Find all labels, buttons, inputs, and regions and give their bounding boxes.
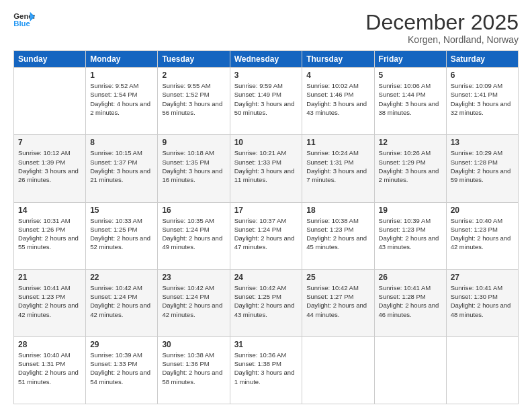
cell-daylight: Daylight: 3 hours and 7 minutes. bbox=[306, 167, 367, 183]
cell-sunset: Sunset: 1:27 PM bbox=[306, 293, 353, 300]
cell-sunrise: Sunrise: 10:42 AM bbox=[90, 284, 142, 291]
cell-info: Sunrise: 9:55 AM Sunset: 1:52 PM Dayligh… bbox=[162, 81, 225, 117]
cell-daylight: Daylight: 3 hours and 1 minute. bbox=[234, 369, 295, 385]
calendar-cell bbox=[446, 336, 518, 404]
cell-sunrise: Sunrise: 10:35 AM bbox=[162, 217, 214, 224]
cell-sunset: Sunset: 1:23 PM bbox=[451, 226, 498, 233]
cell-sunset: Sunset: 1:38 PM bbox=[234, 360, 281, 367]
cell-date: 6 bbox=[451, 71, 514, 80]
calendar-cell: 21 Sunrise: 10:41 AM Sunset: 1:23 PM Day… bbox=[14, 269, 86, 336]
cell-sunrise: Sunrise: 10:41 AM bbox=[451, 284, 503, 291]
cell-date: 2 bbox=[162, 71, 225, 80]
cell-sunset: Sunset: 1:24 PM bbox=[90, 293, 137, 300]
week-row-4: 21 Sunrise: 10:41 AM Sunset: 1:23 PM Day… bbox=[14, 269, 519, 336]
cell-date: 21 bbox=[18, 273, 81, 282]
cell-info: Sunrise: 10:40 AM Sunset: 1:23 PM Daylig… bbox=[451, 216, 514, 252]
cell-sunset: Sunset: 1:28 PM bbox=[451, 158, 498, 166]
calendar-cell bbox=[14, 68, 86, 135]
cell-sunrise: Sunrise: 10:39 AM bbox=[90, 351, 142, 359]
cell-date: 24 bbox=[234, 273, 298, 282]
cell-daylight: Daylight: 3 hours and 21 minutes. bbox=[90, 167, 150, 183]
cell-sunset: Sunset: 1:30 PM bbox=[451, 293, 498, 300]
cell-sunrise: Sunrise: 10:41 AM bbox=[18, 284, 71, 291]
cell-sunrise: Sunrise: 10:21 AM bbox=[234, 149, 287, 156]
cell-sunset: Sunset: 1:23 PM bbox=[379, 226, 426, 233]
cell-info: Sunrise: 10:39 AM Sunset: 1:33 PM Daylig… bbox=[90, 351, 153, 386]
calendar-cell: 2 Sunrise: 9:55 AM Sunset: 1:52 PM Dayli… bbox=[158, 68, 230, 135]
cell-info: Sunrise: 10:35 AM Sunset: 1:24 PM Daylig… bbox=[162, 216, 225, 252]
cell-sunset: Sunset: 1:25 PM bbox=[90, 226, 137, 233]
calendar-cell bbox=[374, 336, 446, 404]
header-sunday: Sunday bbox=[14, 51, 86, 68]
cell-info: Sunrise: 10:15 AM Sunset: 1:37 PM Daylig… bbox=[90, 148, 153, 184]
cell-info: Sunrise: 9:59 AM Sunset: 1:49 PM Dayligh… bbox=[234, 81, 298, 117]
cell-daylight: Daylight: 2 hours and 52 minutes. bbox=[90, 234, 150, 250]
cell-sunset: Sunset: 1:41 PM bbox=[451, 91, 498, 98]
cell-daylight: Daylight: 4 hours and 2 minutes. bbox=[90, 100, 150, 116]
cell-sunrise: Sunrise: 10:39 AM bbox=[379, 217, 431, 224]
cell-info: Sunrise: 10:41 AM Sunset: 1:23 PM Daylig… bbox=[18, 283, 81, 319]
cell-daylight: Daylight: 2 hours and 55 minutes. bbox=[18, 234, 79, 250]
calendar-cell: 22 Sunrise: 10:42 AM Sunset: 1:24 PM Day… bbox=[86, 269, 158, 336]
calendar-cell: 5 Sunrise: 10:06 AM Sunset: 1:44 PM Dayl… bbox=[374, 68, 446, 135]
cell-info: Sunrise: 10:42 AM Sunset: 1:27 PM Daylig… bbox=[306, 283, 369, 319]
calendar-cell: 23 Sunrise: 10:42 AM Sunset: 1:24 PM Day… bbox=[158, 269, 230, 336]
cell-info: Sunrise: 10:29 AM Sunset: 1:28 PM Daylig… bbox=[451, 148, 514, 184]
calendar-cell: 1 Sunrise: 9:52 AM Sunset: 1:54 PM Dayli… bbox=[86, 68, 158, 135]
cell-date: 15 bbox=[90, 205, 153, 215]
main-title: December 2025 bbox=[365, 11, 519, 34]
calendar-cell bbox=[302, 336, 374, 404]
cell-date: 14 bbox=[18, 205, 81, 215]
cell-daylight: Daylight: 2 hours and 45 minutes. bbox=[306, 234, 367, 250]
cell-sunset: Sunset: 1:37 PM bbox=[90, 158, 137, 166]
cell-info: Sunrise: 10:38 AM Sunset: 1:36 PM Daylig… bbox=[162, 351, 225, 386]
cell-info: Sunrise: 10:39 AM Sunset: 1:23 PM Daylig… bbox=[379, 216, 442, 252]
calendar-cell: 30 Sunrise: 10:38 AM Sunset: 1:36 PM Day… bbox=[158, 336, 230, 404]
calendar-cell: 25 Sunrise: 10:42 AM Sunset: 1:27 PM Day… bbox=[302, 269, 374, 336]
cell-date: 18 bbox=[306, 205, 369, 215]
calendar-cell: 27 Sunrise: 10:41 AM Sunset: 1:30 PM Day… bbox=[446, 269, 518, 336]
cell-date: 16 bbox=[162, 205, 225, 215]
cell-date: 27 bbox=[451, 273, 514, 282]
cell-date: 31 bbox=[234, 340, 298, 349]
cell-sunrise: Sunrise: 10:29 AM bbox=[451, 149, 503, 156]
cell-sunrise: Sunrise: 10:42 AM bbox=[306, 284, 359, 291]
cell-info: Sunrise: 10:33 AM Sunset: 1:25 PM Daylig… bbox=[90, 216, 153, 252]
cell-daylight: Daylight: 2 hours and 43 minutes. bbox=[234, 302, 295, 318]
cell-daylight: Daylight: 2 hours and 42 minutes. bbox=[162, 302, 222, 318]
cell-info: Sunrise: 10:31 AM Sunset: 1:26 PM Daylig… bbox=[18, 216, 81, 252]
calendar-cell: 16 Sunrise: 10:35 AM Sunset: 1:24 PM Day… bbox=[158, 202, 230, 269]
cell-sunrise: Sunrise: 10:09 AM bbox=[451, 82, 503, 89]
cell-sunset: Sunset: 1:49 PM bbox=[234, 91, 281, 98]
calendar-cell: 26 Sunrise: 10:41 AM Sunset: 1:28 PM Day… bbox=[374, 269, 446, 336]
cell-sunrise: Sunrise: 10:38 AM bbox=[162, 351, 214, 359]
cell-date: 30 bbox=[162, 340, 225, 349]
cell-sunrise: Sunrise: 10:12 AM bbox=[18, 149, 71, 156]
cell-daylight: Daylight: 2 hours and 51 minutes. bbox=[18, 369, 79, 385]
cell-daylight: Daylight: 2 hours and 42 minutes. bbox=[18, 302, 79, 318]
cell-daylight: Daylight: 2 hours and 42 minutes. bbox=[90, 302, 150, 318]
cell-daylight: Daylight: 3 hours and 26 minutes. bbox=[18, 167, 79, 183]
cell-info: Sunrise: 10:12 AM Sunset: 1:39 PM Daylig… bbox=[18, 148, 81, 184]
cell-daylight: Daylight: 3 hours and 2 minutes. bbox=[379, 167, 439, 183]
cell-date: 11 bbox=[306, 138, 369, 147]
cell-sunset: Sunset: 1:23 PM bbox=[306, 226, 353, 233]
week-row-2: 7 Sunrise: 10:12 AM Sunset: 1:39 PM Dayl… bbox=[14, 135, 519, 202]
week-row-1: 1 Sunrise: 9:52 AM Sunset: 1:54 PM Dayli… bbox=[14, 68, 519, 135]
calendar-cell: 19 Sunrise: 10:39 AM Sunset: 1:23 PM Day… bbox=[374, 202, 446, 269]
cell-date: 10 bbox=[234, 138, 298, 147]
cell-date: 7 bbox=[18, 138, 81, 147]
cell-daylight: Daylight: 2 hours and 48 minutes. bbox=[451, 302, 511, 318]
subtitle: Korgen, Nordland, Norway bbox=[365, 34, 519, 45]
week-row-3: 14 Sunrise: 10:31 AM Sunset: 1:26 PM Day… bbox=[14, 202, 519, 269]
cell-sunrise: Sunrise: 10:18 AM bbox=[162, 149, 214, 156]
calendar-table: Sunday Monday Tuesday Wednesday Thursday… bbox=[13, 50, 519, 404]
cell-date: 4 bbox=[306, 71, 369, 80]
cell-daylight: Daylight: 2 hours and 58 minutes. bbox=[162, 369, 222, 385]
cell-info: Sunrise: 10:42 AM Sunset: 1:24 PM Daylig… bbox=[90, 283, 153, 319]
calendar-cell: 14 Sunrise: 10:31 AM Sunset: 1:26 PM Day… bbox=[14, 202, 86, 269]
cell-info: Sunrise: 10:24 AM Sunset: 1:31 PM Daylig… bbox=[306, 148, 369, 184]
cell-daylight: Daylight: 3 hours and 50 minutes. bbox=[234, 100, 295, 116]
cell-info: Sunrise: 10:02 AM Sunset: 1:46 PM Daylig… bbox=[306, 81, 369, 117]
cell-sunrise: Sunrise: 10:33 AM bbox=[90, 217, 142, 224]
